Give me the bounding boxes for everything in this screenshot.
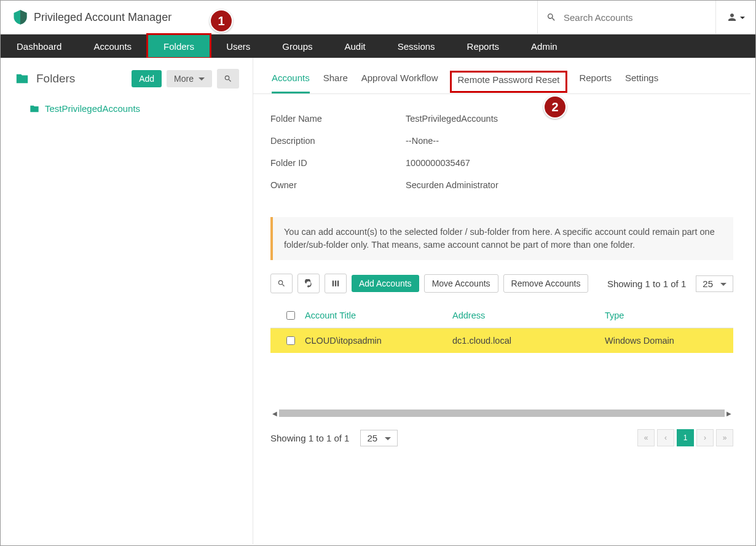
select-all-checkbox[interactable]	[286, 311, 295, 320]
detail-value: TestPrivilegedAccounts	[406, 114, 733, 124]
select-all-cell	[277, 311, 305, 320]
row-checkbox[interactable]	[286, 336, 295, 345]
page-last-button[interactable]: »	[716, 429, 733, 446]
subtab-approval-workflow[interactable]: Approval Workflow	[361, 73, 438, 93]
cell-address: dc1.cloud.local	[452, 336, 605, 346]
search-folders-button[interactable]	[217, 69, 239, 89]
subtab-reports[interactable]: Reports	[579, 73, 612, 93]
nav-dashboard[interactable]: Dashboard	[1, 34, 77, 58]
content-wrap: Folders Add More TestPrivilegedAccounts …	[1, 58, 755, 544]
nav-users[interactable]: Users	[210, 34, 266, 58]
user-menu[interactable]	[715, 1, 755, 34]
svg-rect-0	[333, 280, 334, 286]
sidebar-header: Folders Add More	[1, 58, 253, 100]
app-title: Privileged Account Manager	[34, 11, 171, 24]
subtab-accounts[interactable]: Accounts	[272, 73, 310, 93]
scroll-right-icon: ▶	[725, 409, 733, 417]
detail-row-description: Description --None--	[270, 130, 733, 152]
remove-accounts-button[interactable]: Remove Accounts	[503, 274, 589, 293]
detail-value: --None--	[406, 136, 733, 146]
search-box[interactable]	[537, 1, 715, 34]
detail-label: Folder ID	[270, 158, 406, 168]
sub-tabs: Accounts Share Approval Workflow Remote …	[253, 58, 750, 94]
app-logo-icon	[12, 9, 29, 26]
table-row[interactable]: CLOUD\itopsadmin dc1.cloud.local Windows…	[270, 328, 733, 353]
page-size-select-top[interactable]: 25	[696, 275, 733, 292]
cell-account-title: CLOUD\itopsadmin	[305, 336, 452, 346]
info-message: You can add account(s) to the selected f…	[270, 217, 733, 260]
folder-tree: TestPrivilegedAccounts	[1, 100, 253, 120]
logo-area: Privileged Account Manager	[1, 9, 537, 26]
search-icon	[224, 74, 232, 83]
callout-2: 2	[543, 95, 567, 119]
subtab-settings[interactable]: Settings	[625, 73, 658, 93]
nav-accounts[interactable]: Accounts	[77, 34, 148, 58]
detail-value: Securden Administrator	[406, 180, 733, 190]
tree-item-label: TestPrivilegedAccounts	[45, 103, 140, 114]
sidebar-title-text: Folders	[36, 72, 75, 85]
page-1-button[interactable]: 1	[677, 429, 694, 446]
main-nav: Dashboard Accounts Folders Users Groups …	[1, 34, 755, 58]
col-account-title[interactable]: Account Title	[305, 311, 452, 320]
detail-value: 1000000035467	[406, 158, 733, 168]
svg-rect-1	[335, 280, 336, 286]
scroll-left-icon: ◀	[270, 409, 279, 417]
detail-label: Description	[270, 136, 406, 146]
refresh-button[interactable]	[297, 274, 320, 293]
scroll-track[interactable]	[279, 410, 725, 417]
chevron-down-icon	[718, 279, 726, 289]
detail-label: Folder Name	[270, 114, 406, 124]
nav-sessions[interactable]: Sessions	[382, 34, 451, 58]
accounts-table: Account Title Address Type CLOUD\itopsad…	[270, 303, 733, 353]
search-accounts-button[interactable]	[270, 274, 293, 293]
detail-row-folder-id: Folder ID 1000000035467	[270, 152, 733, 174]
columns-button[interactable]	[325, 274, 347, 293]
page-first-button[interactable]: «	[637, 429, 655, 446]
horizontal-scrollbar[interactable]: ◀ ▶	[270, 408, 733, 418]
search-input[interactable]	[564, 12, 707, 23]
col-address[interactable]: Address	[452, 311, 605, 320]
detail-label: Owner	[270, 180, 406, 190]
nav-folders[interactable]: Folders	[148, 34, 210, 58]
nav-reports[interactable]: Reports	[451, 34, 516, 58]
more-button[interactable]: More	[167, 70, 212, 87]
cell-type: Windows Domain	[605, 336, 727, 346]
add-accounts-button[interactable]: Add Accounts	[352, 275, 419, 292]
callout-1: 1	[210, 9, 233, 33]
sidebar-title: Folders	[14, 72, 127, 85]
main-panel: Accounts Share Approval Workflow Remote …	[253, 58, 755, 544]
page-size-select-bottom[interactable]: 25	[360, 430, 398, 446]
search-icon	[546, 12, 556, 22]
chevron-down-icon	[738, 12, 745, 22]
pagination: « ‹ 1 › »	[637, 429, 733, 446]
subtab-share[interactable]: Share	[323, 73, 348, 93]
detail-row-owner: Owner Securden Administrator	[270, 174, 733, 196]
nav-groups[interactable]: Groups	[266, 34, 328, 58]
detail-row-folder-name: Folder Name TestPrivilegedAccounts	[270, 108, 733, 130]
page-prev-button[interactable]: ‹	[657, 429, 674, 446]
top-header: Privileged Account Manager	[1, 1, 755, 34]
showing-text-top: Showing 1 to 1 of 1	[607, 279, 686, 289]
sidebar: Folders Add More TestPrivilegedAccounts	[1, 58, 253, 544]
folder-icon	[29, 104, 40, 114]
user-icon	[726, 12, 738, 23]
chevron-down-icon	[196, 74, 205, 84]
table-header-row: Account Title Address Type	[270, 303, 733, 328]
nav-admin[interactable]: Admin	[515, 34, 573, 58]
add-button[interactable]: Add	[132, 70, 162, 87]
subtab-remote-password-reset[interactable]: Remote Password Reset	[452, 73, 566, 91]
page-next-button[interactable]: ›	[696, 429, 714, 446]
table-footer: Showing 1 to 1 of 1 25 « ‹ 1 › »	[253, 423, 750, 446]
col-type[interactable]: Type	[605, 311, 727, 320]
move-accounts-button[interactable]: Move Accounts	[424, 274, 498, 293]
nav-audit[interactable]: Audit	[329, 34, 382, 58]
search-icon	[277, 279, 286, 288]
columns-icon	[331, 279, 340, 288]
tree-item-testprivilegedaccounts[interactable]: TestPrivilegedAccounts	[29, 102, 248, 115]
folder-icon	[14, 72, 30, 85]
accounts-toolbar: Add Accounts Move Accounts Remove Accoun…	[253, 274, 750, 303]
showing-text-bottom: Showing 1 to 1 of 1	[270, 433, 349, 443]
row-select-cell	[277, 336, 305, 345]
svg-rect-2	[337, 280, 339, 286]
folder-details: Folder Name TestPrivilegedAccounts Descr…	[253, 94, 750, 210]
